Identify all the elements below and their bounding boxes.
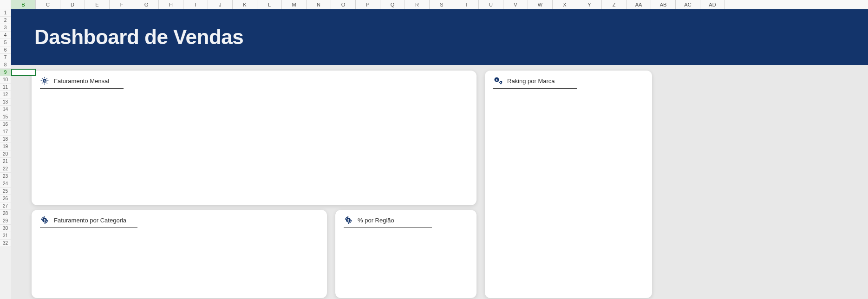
sheet-content: Dashboard de Vendas $ Faturame <box>11 9 868 299</box>
row-header-27[interactable]: 27 <box>0 202 11 210</box>
row-header-29[interactable]: 29 <box>0 217 11 225</box>
selected-cell-b9[interactable] <box>11 69 36 76</box>
column-header-p[interactable]: P <box>356 0 380 9</box>
column-header-d[interactable]: D <box>60 0 85 9</box>
row-header-11[interactable]: 11 <box>0 84 11 91</box>
column-header-c[interactable]: C <box>36 0 60 9</box>
row-header-4[interactable]: 4 <box>0 32 11 39</box>
column-header-r[interactable]: R <box>405 0 430 9</box>
card-faturamento-categoria: $ Faturamento por Categoria <box>32 210 327 298</box>
card-title-label: Faturamento Mensal <box>54 78 109 84</box>
column-header-ac[interactable]: AC <box>676 0 700 9</box>
column-header-f[interactable]: F <box>110 0 134 9</box>
svg-line-9 <box>46 78 47 79</box>
column-header-e[interactable]: E <box>85 0 110 9</box>
dashboard-header-banner: Dashboard de Vendas <box>11 9 868 65</box>
card-underline <box>40 88 124 89</box>
row-header-7[interactable]: 7 <box>0 54 11 61</box>
row-header-8[interactable]: 8 <box>0 61 11 69</box>
column-header-i[interactable]: I <box>183 0 208 9</box>
row-header-22[interactable]: 22 <box>0 165 11 173</box>
card-title-label: Faturamento por Categoria <box>54 217 126 224</box>
row-header-17[interactable]: 17 <box>0 128 11 136</box>
column-header-ad[interactable]: AD <box>700 0 725 9</box>
column-header-g[interactable]: G <box>134 0 159 9</box>
column-header-l[interactable]: L <box>257 0 282 9</box>
ranking-icon: $ <box>493 76 503 85</box>
column-header-y[interactable]: Y <box>577 0 602 9</box>
row-header-13[interactable]: 13 <box>0 98 11 106</box>
column-header-j[interactable]: J <box>208 0 233 9</box>
row-header-23[interactable]: 23 <box>0 173 11 180</box>
column-header-ab[interactable]: AB <box>651 0 676 9</box>
dollar-cycle-icon: $ <box>40 215 49 225</box>
card-ranking-marca: $ Raking por Marca <box>485 71 652 298</box>
column-header-b[interactable]: B <box>11 0 36 9</box>
row-header-5[interactable]: 5 <box>0 39 11 46</box>
column-headers: BCDEFGHIJKLMNOPQRSTUVWXYZAAABACAD <box>11 0 868 9</box>
card-underline <box>493 88 577 89</box>
column-header-m[interactable]: M <box>282 0 307 9</box>
row-header-24[interactable]: 24 <box>0 180 11 188</box>
card-por-regiao: $ % por Região <box>335 210 476 298</box>
card-header: $ Faturamento por Categoria <box>40 215 319 225</box>
column-header-w[interactable]: W <box>528 0 553 9</box>
row-header-20[interactable]: 20 <box>0 150 11 158</box>
row-header-3[interactable]: 3 <box>0 24 11 32</box>
row-header-12[interactable]: 12 <box>0 91 11 98</box>
row-header-28[interactable]: 28 <box>0 210 11 217</box>
card-header: $ Raking por Marca <box>493 76 644 85</box>
dashboard-title: Dashboard de Vendas <box>34 26 243 49</box>
svg-line-7 <box>46 83 47 84</box>
svg-text:$: $ <box>44 79 46 83</box>
row-header-15[interactable]: 15 <box>0 113 11 121</box>
row-header-6[interactable]: 6 <box>0 46 11 54</box>
column-header-aa[interactable]: AA <box>627 0 651 9</box>
row-header-19[interactable]: 19 <box>0 143 11 150</box>
dollar-cycle-icon: $ <box>344 215 353 225</box>
row-header-2[interactable]: 2 <box>0 17 11 24</box>
column-header-t[interactable]: T <box>454 0 479 9</box>
column-header-k[interactable]: K <box>233 0 257 9</box>
row-header-21[interactable]: 21 <box>0 158 11 165</box>
row-header-18[interactable]: 18 <box>0 136 11 143</box>
row-header-16[interactable]: 16 <box>0 121 11 128</box>
svg-text:$: $ <box>347 219 349 222</box>
row-header-31[interactable]: 31 <box>0 232 11 240</box>
column-header-z[interactable]: Z <box>602 0 627 9</box>
card-title-label: Raking por Marca <box>507 78 555 84</box>
row-header-26[interactable]: 26 <box>0 195 11 202</box>
column-header-u[interactable]: U <box>479 0 503 9</box>
column-header-s[interactable]: S <box>430 0 454 9</box>
row-header-32[interactable]: 32 <box>0 240 11 247</box>
card-underline <box>344 228 432 228</box>
column-header-x[interactable]: X <box>553 0 577 9</box>
card-title-label: % por Região <box>358 217 394 224</box>
svg-line-8 <box>42 83 43 84</box>
column-header-o[interactable]: O <box>331 0 356 9</box>
svg-text:$: $ <box>44 219 46 222</box>
row-header-9[interactable]: 9 <box>0 69 11 76</box>
card-header: $ % por Região <box>344 215 468 225</box>
column-header-n[interactable]: N <box>307 0 331 9</box>
column-header-h[interactable]: H <box>159 0 183 9</box>
dollar-sun-icon: $ <box>40 76 49 85</box>
card-underline <box>40 228 137 228</box>
card-header: $ Faturamento Mensal <box>40 76 468 85</box>
row-headers: 1234567891011121314151617181920212223242… <box>0 9 11 247</box>
select-all-corner[interactable] <box>0 0 11 9</box>
column-header-q[interactable]: Q <box>380 0 405 9</box>
row-header-30[interactable]: 30 <box>0 225 11 232</box>
row-header-1[interactable]: 1 <box>0 9 11 17</box>
column-header-v[interactable]: V <box>503 0 528 9</box>
row-header-10[interactable]: 10 <box>0 76 11 84</box>
svg-line-6 <box>42 78 43 79</box>
card-faturamento-mensal: $ Faturamento Mensal <box>32 71 476 205</box>
row-header-14[interactable]: 14 <box>0 106 11 113</box>
row-header-25[interactable]: 25 <box>0 188 11 195</box>
